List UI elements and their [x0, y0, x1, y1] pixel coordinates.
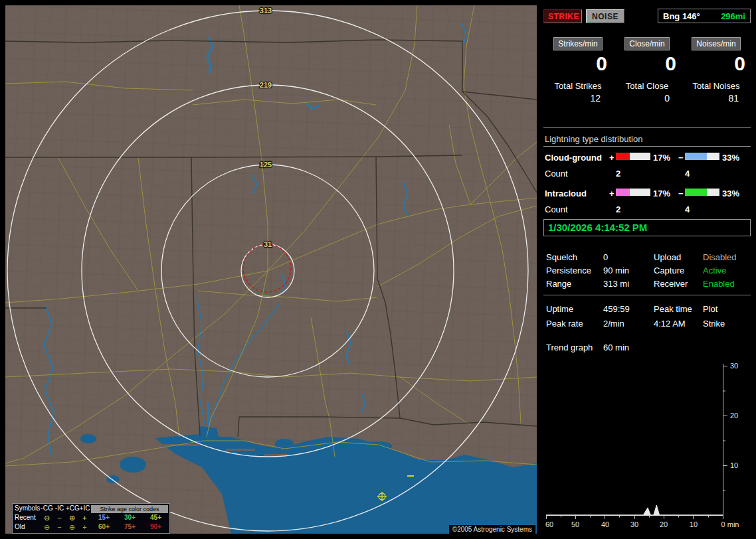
ring-label-31: 31: [264, 240, 272, 248]
copyright-text: ©2005 Astrogenic Systems: [449, 525, 535, 534]
old-neg-cg-icon: ⊖: [41, 523, 53, 532]
trend-tick-labels: 30 20 10 60 50 40 30 20 10 0 min: [545, 362, 739, 528]
old-pos-cg-icon: ⊕: [66, 523, 78, 532]
ic-neg-bar-fill: [685, 189, 707, 196]
minus-sign: −: [678, 153, 684, 163]
minus-sign: −: [678, 189, 684, 198]
map-svg: 313 219 125 31: [5, 5, 537, 534]
strikes-column: Strikes/min 0 Total Strikes 12: [543, 37, 613, 104]
squelch-value: 0: [603, 252, 608, 262]
uptime-value: 459:59: [603, 304, 630, 314]
close-column: Close/min 0 Total Close 0: [613, 37, 682, 104]
peak-time-value: 4:12 AM: [654, 319, 686, 329]
nexstorm-app: { "colors": { "accent_green": "#00dd44",…: [0, 0, 756, 539]
cloud-ground-label: Cloud-ground: [545, 153, 602, 163]
cg-pos-bar-fill: [616, 153, 630, 160]
upload-label: Upload: [654, 252, 681, 262]
cg-pos-pct: 17%: [653, 153, 670, 163]
age-90: 90+: [143, 522, 169, 532]
distribution-title: Lightning type distribution: [545, 134, 642, 144]
close-per-min-box: Close/min: [624, 37, 669, 50]
map-legend: Symbols -CG -IC +CG +IC Strike age color…: [12, 503, 170, 534]
y-tick-20: 20: [730, 412, 738, 420]
receiver-status: Enabled: [703, 279, 735, 289]
x-tick-10: 10: [690, 520, 698, 528]
x-tick-30: 30: [630, 520, 638, 528]
squelch-label: Squelch: [546, 252, 577, 262]
age-60: 60+: [91, 522, 117, 532]
recent-pos-ic-icon: +: [78, 514, 91, 522]
capture-status: Active: [703, 266, 726, 275]
ic-pos-count: 2: [616, 204, 620, 214]
ic-pos-bar: [616, 189, 650, 196]
legend-recent-label: Recent: [13, 513, 41, 522]
cg-neg-pct: 33%: [722, 153, 739, 163]
uptime-label: Uptime: [546, 304, 573, 314]
cg-neg-bar: [685, 153, 719, 160]
total-close-label: Total Close: [613, 81, 682, 91]
capture-label: Capture: [654, 266, 684, 275]
cg-pos-bar: [616, 153, 650, 160]
trend-graph-span: 60 min: [603, 343, 629, 352]
old-pos-ic-icon: +: [78, 523, 91, 532]
count-label: Count: [545, 204, 568, 214]
status-panel: STRIKE NOISE Bng 146° 296mi Strikes/min …: [543, 5, 751, 534]
total-noises-value: 81: [682, 93, 751, 104]
trend-graph-svg: 30 20 10 60 50 40 30 20 10 0 min: [543, 357, 751, 534]
y-tick-30: 30: [730, 362, 738, 370]
x-tick-50: 50: [571, 520, 579, 528]
upload-status: Disabled: [703, 252, 737, 262]
receiver-label: Receiver: [654, 279, 688, 289]
plot-value: Strike: [703, 319, 725, 329]
settings-row-persistence: Persistence 90 min Capture Active: [543, 266, 751, 276]
status-row-1: Uptime 459:59 Peak time Plot: [543, 304, 751, 315]
lightning-map[interactable]: 313 219 125 31 Symbols -CG -IC +CG +IC S…: [5, 5, 537, 534]
legend-recent-row: Recent ⊖ − ⊕ + 15+ 30+ 45+: [13, 513, 169, 522]
noises-per-min-value: 0: [682, 52, 751, 75]
strikes-per-min-box: Strikes/min: [553, 37, 602, 50]
cg-neg-count: 4: [685, 169, 690, 179]
trend-graph-row: Trend graph 60 min: [543, 343, 751, 353]
plus-sign: +: [609, 189, 614, 198]
range-label: Range: [546, 279, 571, 289]
legend-col-pos-cg: +CG: [66, 504, 78, 513]
total-close-value: 0: [613, 93, 682, 104]
y-tick-10: 10: [730, 461, 738, 469]
noises-column: Noises/min 0 Total Noises 81: [682, 37, 751, 104]
legend-col-neg-cg: -CG: [41, 504, 53, 513]
age-45: 45+: [143, 513, 169, 522]
strike-button[interactable]: STRIKE: [543, 9, 582, 23]
strikes-per-min-value: 0: [543, 52, 613, 75]
rate-stats: Strikes/min 0 Total Strikes 12 Close/min…: [543, 37, 751, 104]
total-noises-label: Total Noises: [682, 81, 751, 91]
peak-time-label: Peak time: [654, 304, 692, 314]
trend-graph: 30 20 10 60 50 40 30 20 10 0 min: [543, 357, 751, 534]
ic-count-row: Count 2 4: [543, 204, 751, 215]
distribution-underline: [543, 146, 751, 147]
legend-age-header: Strike age color codes: [91, 505, 168, 513]
legend-symbols-header: Symbols: [13, 504, 41, 513]
legend-header-row: Symbols -CG -IC +CG +IC Strike age color…: [13, 504, 169, 513]
persistence-value: 90 min: [603, 266, 629, 275]
x-tick-40: 40: [601, 520, 609, 528]
age-15: 15+: [91, 513, 117, 522]
noise-button[interactable]: NOISE: [586, 9, 624, 23]
recent-neg-cg-icon: ⊖: [41, 514, 53, 522]
recent-pos-cg-icon: ⊕: [66, 514, 78, 522]
divider: [543, 295, 751, 295]
peak-rate-value: 2/min: [603, 319, 624, 329]
ring-label-125: 125: [260, 161, 272, 169]
old-neg-ic-icon: −: [53, 523, 66, 532]
divider: [543, 127, 751, 128]
ring-label-313: 313: [260, 7, 272, 15]
total-strikes-label: Total Strikes: [543, 81, 613, 91]
legend-col-neg-ic: -IC: [53, 504, 66, 513]
x-tick-60: 60: [545, 520, 553, 528]
status-row-2: Peak rate 2/min 4:12 AM Strike: [543, 319, 751, 329]
total-strikes-value: 12: [543, 93, 613, 104]
bearing-range: 296mi: [721, 11, 745, 21]
plus-sign: +: [609, 153, 614, 163]
ic-pos-bar-fill: [616, 189, 630, 196]
timestamp-display: 1/30/2026 4:14:52 PM: [543, 219, 751, 236]
range-value: 313 mi: [603, 279, 629, 289]
